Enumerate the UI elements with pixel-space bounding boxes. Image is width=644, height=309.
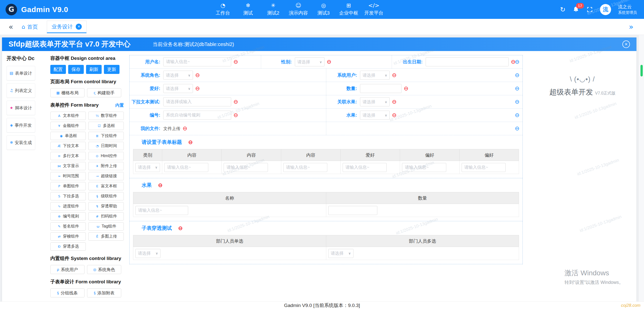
layout-button[interactable]: ς 构建助手 [87, 88, 121, 97]
content-input[interactable] [283, 163, 327, 172]
library-component[interactable]: Đ 穿透多选 [50, 242, 86, 251]
fruit-quantity-input[interactable] [328, 206, 377, 215]
file-upload-button[interactable]: 文件上传 [163, 126, 180, 131]
dev-center-item[interactable]: ▤ 表单设计 [7, 66, 35, 80]
field-gender[interactable]: 性别: 请选择∨ ⊖ [261, 55, 392, 68]
library-component[interactable]: ¥ 金额组件 [50, 122, 86, 130]
notifications-bell-icon[interactable]: 17 [573, 6, 579, 13]
nav-item[interactable]: ☺ 演示内容 [286, 0, 311, 19]
nav-item[interactable]: ◔ 工作台 [210, 0, 235, 19]
subform-component[interactable]: § 添加附表 [87, 288, 121, 297]
collapse-tabs-icon[interactable]: « [9, 22, 13, 31]
library-component[interactable]: E 富文本框 [88, 182, 124, 190]
dept-multi-select[interactable]: 请选择∨ [328, 249, 353, 258]
remove-field-icon[interactable]: ⊖ [392, 99, 396, 105]
remove-row-icon[interactable]: ⊖ [515, 86, 519, 91]
library-component[interactable]: ↯ 穿透帮助 [88, 202, 124, 210]
scrollbar-thumb[interactable] [640, 65, 643, 76]
library-component[interactable]: S 下拉多选 [50, 192, 86, 200]
library-component[interactable]: Ē 多图上传 [88, 232, 124, 241]
builtin-badge[interactable]: 内置 [115, 102, 124, 108]
remove-field-icon[interactable]: ⊖ [392, 112, 396, 118]
hobby-input[interactable] [343, 163, 387, 172]
remove-row-icon[interactable]: ⊖ [515, 72, 519, 78]
library-component[interactable]: ω Tag组件 [88, 222, 124, 231]
expand-tabs-icon[interactable]: » [629, 22, 633, 31]
library-component[interactable]: ≡ 多行文本 [50, 152, 86, 160]
remove-section-icon[interactable]: ⊖ [188, 140, 193, 145]
fullscreen-icon[interactable] [586, 6, 593, 13]
content-input[interactable] [164, 163, 208, 172]
library-component[interactable]: ∿ 进度组件 [50, 202, 86, 210]
library-component[interactable]: ✈ 附件上传 [88, 162, 124, 170]
tab-home[interactable]: ⌂ 首页 [22, 23, 38, 30]
remove-field-icon[interactable]: ⊖ [392, 72, 396, 78]
action-button[interactable]: 更新 [104, 65, 119, 74]
library-component[interactable]: ☑ 多选框 [88, 122, 124, 130]
scrollbar-track[interactable] [638, 35, 644, 301]
system-role-select[interactable]: 请选择∨ [163, 71, 193, 80]
category-select[interactable]: 请选择∨ [135, 163, 160, 172]
library-component[interactable]: § 级联组件 [88, 192, 124, 200]
nav-item[interactable]: ⊞ 企业中枢 [336, 0, 361, 19]
remove-field-icon[interactable]: ⊖ [195, 72, 200, 78]
nav-item[interactable]: ◎ 测试3 [311, 0, 336, 19]
dev-center-item[interactable]: ★ 脚本设计 [7, 101, 35, 115]
fruit-name-input[interactable] [135, 206, 188, 215]
library-component[interactable]: ⇄ 穿梭组件 [50, 232, 86, 241]
remove-field-icon[interactable]: ⊖ [404, 86, 408, 91]
field-system-role[interactable]: 系统角色: 请选择∨ ⊖ [130, 69, 326, 82]
fruit-select[interactable]: 请选择∨ [360, 111, 390, 120]
tab-business-design[interactable]: 业务设计 ✕ [47, 21, 87, 33]
preference-input[interactable] [462, 163, 506, 172]
field-system-user[interactable]: 系统用户: 请选择∨ ⊖ [326, 69, 522, 82]
remove-row-icon[interactable]: ⊖ [515, 112, 519, 118]
library-component[interactable]: ◉ 单选框 [50, 132, 86, 140]
remove-field-icon[interactable]: ⊖ [327, 59, 331, 65]
remove-row-icon[interactable]: ⊖ [515, 126, 519, 131]
hobby-select[interactable]: 请选择∨ [163, 84, 193, 93]
library-component[interactable]: ⊕ 编号规则 [50, 212, 86, 220]
field-hobby[interactable]: 爱好: 请选择∨ ⊖ [130, 82, 326, 95]
remove-section-icon[interactable]: ⊖ [158, 183, 163, 188]
username-input[interactable] [163, 57, 231, 66]
related-fruit-select[interactable]: 请选择∨ [360, 97, 390, 106]
system-component[interactable]: ◎ 系统角色 [87, 265, 121, 274]
library-component[interactable]: ≣ 下拉组件 [88, 132, 124, 140]
remove-field-icon[interactable]: ⊖ [233, 112, 238, 118]
nav-item[interactable]: ❄ 测试 [235, 0, 261, 19]
library-component[interactable]: ½ 数字组件 [88, 112, 124, 120]
field-birthdate[interactable]: 出生日期: ⊖ [392, 55, 522, 68]
field-related-fruit[interactable]: 关联水果: 请选择∨ ⊖ [326, 95, 522, 108]
field-quantity[interactable]: 数量: ⊖ [326, 82, 522, 95]
field-dropdown-text-test[interactable]: 下拉文本测试: ⊖ [130, 95, 326, 108]
nav-item[interactable]: </> 开发平台 [361, 0, 386, 19]
library-component[interactable]: ◔ 日期时间 [88, 142, 124, 150]
dropdown-text-input[interactable] [163, 97, 231, 106]
content-input[interactable] [224, 163, 268, 172]
action-button[interactable]: 保存 [68, 65, 84, 74]
remove-field-icon[interactable]: ⊖ [195, 86, 200, 91]
nav-item[interactable]: ✳ 测试2 [261, 0, 286, 19]
layout-button[interactable]: ▦ 栅格布局 [50, 88, 85, 97]
action-button[interactable]: 刷新 [86, 65, 102, 74]
system-user-select[interactable]: 请选择∨ [360, 71, 390, 80]
birthdate-input[interactable] [426, 57, 509, 66]
action-button[interactable]: 配置 [50, 65, 66, 74]
remove-field-icon[interactable]: ⊖ [233, 99, 238, 105]
user-info[interactable]: 流之云 系统管理员 [618, 4, 637, 15]
library-component[interactable]: ⋈ 文字显示 [50, 162, 86, 170]
close-tab-icon[interactable]: ✕ [76, 24, 82, 30]
field-username[interactable]: 用户名: ⊖ [130, 55, 261, 68]
library-component[interactable]: ✎ 签名组件 [50, 222, 86, 231]
library-component[interactable]: Æ 下拉文本 [50, 142, 86, 150]
remove-row-icon[interactable]: ⊖ [515, 99, 519, 105]
library-component[interactable]: A 文本组件 [50, 112, 86, 120]
close-designer-icon[interactable]: ✕ [622, 40, 630, 48]
dev-center-item[interactable]: ♫ 列表定义 [7, 83, 35, 98]
library-component[interactable]: ⊙ Html控件 [88, 152, 124, 160]
remove-field-icon[interactable]: ⊖ [183, 126, 187, 131]
preference-input[interactable] [402, 163, 446, 172]
library-component[interactable]: ≈ 时间范围 [50, 172, 86, 180]
library-component[interactable]: P 单图组件 [50, 182, 86, 190]
